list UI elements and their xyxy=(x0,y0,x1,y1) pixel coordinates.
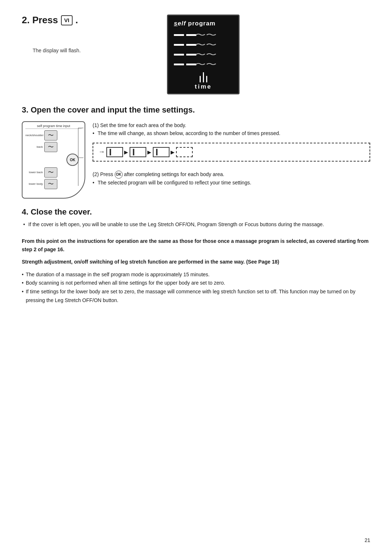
display-wave: 〜〜 xyxy=(195,40,217,50)
arrow-box-2: ▶ xyxy=(130,147,151,157)
display-bottom-text: time xyxy=(195,83,212,90)
section2-title-text: 2. Press xyxy=(22,15,58,26)
cp-ok-area: OK xyxy=(25,154,82,166)
bracket-line-v xyxy=(78,128,78,186)
display-time-lines xyxy=(200,72,207,82)
arrow-box-1: ▶ xyxy=(106,147,128,157)
time-area: time xyxy=(174,72,233,90)
arrow-box-3: ▶ xyxy=(153,147,175,157)
rect-bar-inner-2 xyxy=(133,149,134,155)
bold-note-1: From this point on the instructions for … xyxy=(22,237,370,253)
display-bar xyxy=(174,64,184,65)
arrow-start: → xyxy=(98,148,105,156)
cp-back-label: back xyxy=(25,146,44,149)
page-number: 21 xyxy=(364,537,370,543)
time-line-3 xyxy=(206,76,207,82)
cp-lowerback-button: 〜 xyxy=(44,167,57,178)
cp-ok-button[interactable]: OK xyxy=(66,154,79,166)
section4-bullet: If the cover is left open, you will be u… xyxy=(22,220,370,228)
arrow-rect-2 xyxy=(130,147,146,157)
bracket-line-mid xyxy=(78,158,83,158)
display-row-3: 〜〜 xyxy=(174,50,233,60)
arrow-rect-3 xyxy=(153,147,170,157)
cp-lowerback-wave: 〜 xyxy=(48,169,54,176)
section2-left: 2. Press VI . The display will flash. xyxy=(22,15,145,53)
vi-button: VI xyxy=(61,15,73,25)
control-panel: self program time input neck/shoulder 〜 … xyxy=(22,121,85,199)
bullet-item-1: The duration of a massage in the self pr… xyxy=(22,270,370,279)
display-wave: 〜〜 xyxy=(195,60,217,69)
cp-section-lowerback: lower back 〜 xyxy=(25,167,82,178)
arrow-chevron-1: ▶ xyxy=(124,149,128,155)
instruction2-block: (2) Press OK after completing settings f… xyxy=(93,170,370,187)
display-bar xyxy=(174,44,184,46)
instruction1-block: (1) Set the time for each area of the bo… xyxy=(93,121,370,164)
display-row-4: 〜〜 xyxy=(174,60,233,69)
arrow-dashed-box xyxy=(176,147,193,157)
time-line-2 xyxy=(203,72,204,82)
instruction2-bullet1: The selected program will be configured … xyxy=(93,179,370,187)
cp-section-back: back 〜 xyxy=(25,142,82,152)
section3-content: self program time input neck/shoulder 〜 … xyxy=(22,121,370,199)
cp-neck-button: 〜 xyxy=(44,130,57,140)
cp-back-button: 〜 xyxy=(44,142,57,152)
instruction1-bullet1: The time will change, as shown below, ac… xyxy=(93,129,370,137)
display-wave: 〜〜 xyxy=(195,50,217,60)
cp-lowerbody-button: 〜 xyxy=(44,179,57,189)
display-bar xyxy=(174,34,184,36)
display-panel: self program 〜〜 〜〜 〜〜 xyxy=(167,15,240,94)
section3: 3. Open the cover and input the time set… xyxy=(22,105,370,199)
bullet-item-1-text: The duration of a massage in the self pr… xyxy=(26,270,210,279)
bullet-item-3: If time settings for the lower body are … xyxy=(22,288,370,305)
display-row-2: 〜〜 xyxy=(174,40,233,50)
section2: 2. Press VI . The display will flash. se… xyxy=(22,15,370,94)
instructions-area: (1) Set the time for each area of the bo… xyxy=(93,121,370,187)
arrow-rect-1 xyxy=(106,147,123,157)
cp-lowerbody-wave: 〜 xyxy=(48,180,54,188)
arrow-diagram: → ▶ ▶ xyxy=(93,143,370,162)
display-rows: 〜〜 〜〜 〜〜 〜〜 xyxy=(174,27,233,72)
section2-title: 2. Press VI . xyxy=(22,15,145,26)
section3-title: 3. Open the cover and input the time set… xyxy=(22,105,370,115)
cp-section-neck: neck/shoulder 〜 xyxy=(25,130,82,140)
arrow-chevron-3: ▶ xyxy=(171,149,175,155)
instruction1-number: (1) Set the time for each area of the bo… xyxy=(93,121,370,138)
arrow-diagram-wrapper: → ▶ ▶ xyxy=(93,143,370,162)
control-panel-wrapper: self program time input neck/shoulder 〜 … xyxy=(22,121,85,199)
cp-lowerbody-label: lower body xyxy=(25,183,44,186)
cp-back-wave: 〜 xyxy=(48,143,54,151)
bullet-item-3-text: If time settings for the lower body are … xyxy=(26,288,370,305)
display-flash-text: The display will flash. xyxy=(33,48,145,53)
display-wave: 〜〜 xyxy=(195,30,217,40)
bullet-item-2: Body scanning is not performed when all … xyxy=(22,279,370,288)
instruction2-text: (2) Press OK after completing settings f… xyxy=(93,170,370,187)
cp-header-label: self program time input xyxy=(25,124,82,129)
cp-section-lowerbody: lower body 〜 xyxy=(25,179,82,189)
display-row-1: 〜〜 xyxy=(174,30,233,40)
ok-circle-icon: OK xyxy=(115,171,123,179)
cp-neck-wave: 〜 xyxy=(48,132,54,139)
rect-bar-inner-1 xyxy=(110,149,111,155)
bracket-line-top xyxy=(78,128,83,128)
bold-note-2: Strength adjustment, on/off switching of… xyxy=(22,258,370,266)
cp-lowerback-label: lower back xyxy=(25,171,44,174)
bullet-item-2-text: Body scanning is not performed when all … xyxy=(26,279,225,288)
section4: 4. Close the cover. If the cover is left… xyxy=(22,207,370,228)
cp-neck-label: neck/shoulder xyxy=(25,134,44,137)
arrow-chevron-2: ▶ xyxy=(147,149,151,155)
time-line-1 xyxy=(200,76,201,82)
display-top-text: self program xyxy=(174,20,216,27)
section4-title: 4. Close the cover. xyxy=(22,207,370,217)
instruction2-after: after completing settings for each body … xyxy=(124,171,224,177)
bullet-list: The duration of a massage in the self pr… xyxy=(22,270,370,305)
rect-bar-inner-3 xyxy=(156,149,158,155)
instruction2-number: (2) Press xyxy=(93,171,115,177)
display-bar xyxy=(174,54,184,56)
